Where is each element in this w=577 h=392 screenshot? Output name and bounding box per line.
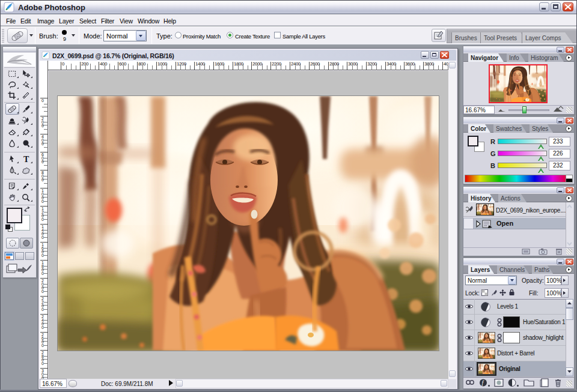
- svg-text:T: T: [23, 155, 29, 164]
